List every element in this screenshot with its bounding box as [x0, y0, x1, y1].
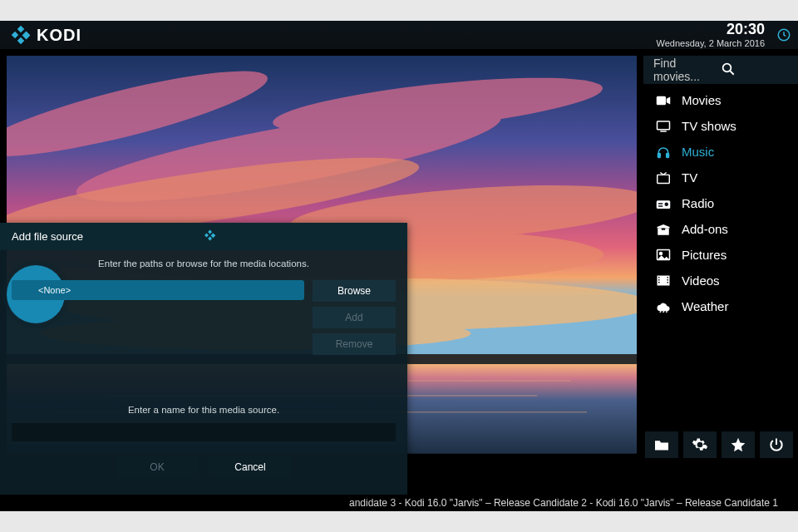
svg-rect-36 — [658, 277, 660, 278]
sidebar-item-label: Music — [682, 145, 714, 159]
sidebar-item-label: Movies — [682, 93, 722, 107]
sidebar-item-tv-shows[interactable]: TV shows — [643, 113, 798, 139]
dialog-title: Add file source — [12, 230, 204, 243]
svg-rect-26 — [658, 175, 670, 183]
folder-button[interactable] — [645, 431, 678, 458]
svg-rect-29 — [658, 203, 663, 204]
brand-wrap: KODI — [10, 25, 81, 45]
video-camera-icon — [655, 95, 672, 106]
dialog-paths-hint: Enter the paths or browse for the media … — [12, 259, 396, 268]
remove-path-button[interactable]: Remove — [313, 333, 396, 355]
svg-rect-1 — [12, 32, 18, 38]
path-item-selected[interactable]: <None> — [12, 280, 304, 300]
svg-line-43 — [663, 311, 664, 313]
header-bar: KODI 20:30 Wednesday, 2 March 2016 — [0, 21, 798, 49]
source-name-input[interactable] — [12, 423, 396, 441]
sidebar-item-music[interactable]: Music — [643, 139, 798, 165]
tv-screen-icon — [655, 120, 672, 133]
add-path-button[interactable]: Add — [313, 307, 396, 328]
svg-rect-30 — [658, 205, 663, 207]
main-area: Find movies... MoviesTV showsMusicTVRadi… — [0, 49, 798, 511]
svg-rect-38 — [658, 282, 660, 283]
cancel-button[interactable]: Cancel — [209, 456, 291, 478]
film-icon — [655, 274, 672, 287]
sidebar-item-label: Radio — [682, 196, 714, 210]
sidebar-item-label: Weather — [682, 299, 728, 313]
sidebar-item-tv[interactable]: TV — [643, 165, 798, 190]
svg-line-44 — [666, 311, 667, 313]
kodi-small-icon — [204, 229, 396, 244]
sidebar-item-movies[interactable]: Movies — [643, 87, 798, 113]
ok-button[interactable]: OK — [116, 456, 198, 478]
dialog-name-hint: Enter a name for this media source. — [12, 405, 396, 415]
sidebar-item-radio[interactable]: Radio — [643, 190, 798, 216]
cloud-icon — [655, 301, 672, 313]
clock-date: Wednesday, 2 March 2016 — [657, 38, 765, 48]
power-button[interactable] — [760, 431, 793, 458]
sidebar-item-pictures[interactable]: Pictures — [643, 242, 798, 268]
svg-point-19 — [723, 63, 732, 71]
tv-live-icon — [655, 171, 672, 185]
svg-rect-0 — [17, 26, 24, 32]
sidebar-item-add-ons[interactable]: Add-ons — [643, 216, 798, 242]
news-ticker: andidate 3 - Kodi 16.0 "Jarvis" – Releas… — [349, 495, 798, 511]
svg-rect-2 — [17, 37, 24, 44]
app-window: KODI 20:30 Wednesday, 2 March 2016 — [0, 21, 798, 511]
svg-rect-46 — [204, 234, 209, 238]
path-item-text: <None> — [38, 285, 71, 295]
svg-rect-39 — [667, 277, 669, 278]
kodi-logo-icon — [10, 25, 30, 45]
svg-rect-45 — [208, 229, 212, 234]
svg-line-42 — [660, 311, 662, 313]
box-icon — [655, 223, 672, 236]
svg-rect-21 — [657, 96, 666, 105]
sidebar-item-label: Pictures — [682, 248, 727, 262]
path-list: <None> <None> — [12, 280, 304, 355]
sidebar-item-label: TV shows — [682, 119, 736, 133]
svg-rect-40 — [667, 279, 669, 281]
svg-rect-22 — [658, 121, 670, 130]
sidebar-item-label: Add-ons — [682, 222, 728, 236]
svg-rect-25 — [667, 153, 669, 157]
svg-line-20 — [730, 71, 734, 75]
svg-rect-41 — [667, 282, 669, 283]
svg-point-34 — [660, 253, 663, 255]
settings-button[interactable] — [683, 431, 717, 458]
svg-point-28 — [665, 202, 669, 206]
clock-icon — [776, 27, 791, 46]
sidebar: Find movies... MoviesTV showsMusicTVRadi… — [643, 56, 798, 323]
add-file-source-dialog: Add file source Enter the paths or brows… — [0, 223, 407, 495]
clock: 20:30 Wednesday, 2 March 2016 — [657, 22, 788, 48]
bottom-icon-bar — [645, 431, 793, 458]
search-placeholder: Find movies... — [653, 57, 721, 83]
svg-rect-32 — [662, 228, 666, 229]
headphones-icon — [655, 145, 672, 159]
image-icon — [655, 249, 672, 261]
sidebar-item-label: Videos — [682, 273, 720, 288]
browse-button[interactable]: Browse — [313, 280, 396, 302]
favorites-button[interactable] — [722, 431, 755, 458]
svg-rect-37 — [658, 279, 660, 281]
svg-rect-47 — [208, 237, 212, 241]
main-menu: MoviesTV showsMusicTVRadioAdd-onsPicture… — [643, 84, 798, 323]
sidebar-item-label: TV — [682, 170, 697, 185]
sidebar-item-weather[interactable]: Weather — [643, 293, 798, 319]
clock-time: 20:30 — [657, 22, 765, 38]
search-icon — [721, 62, 788, 79]
brand-text: KODI — [37, 26, 81, 45]
svg-rect-48 — [210, 233, 215, 238]
svg-rect-3 — [22, 32, 30, 40]
dialog-titlebar: Add file source — [0, 223, 407, 250]
svg-rect-24 — [658, 153, 660, 157]
radio-icon — [655, 198, 672, 209]
sidebar-item-videos[interactable]: Videos — [643, 268, 798, 293]
search-input[interactable]: Find movies... — [643, 56, 798, 84]
